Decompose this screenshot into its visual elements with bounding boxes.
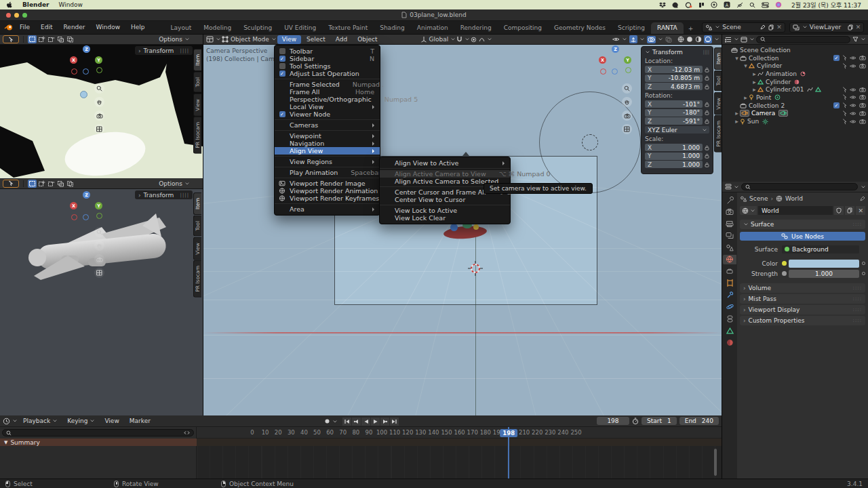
menu-item-center-view-to-cursor[interactable]: Center View to Cursor <box>380 196 510 203</box>
wireframe-icon[interactable] <box>677 36 684 43</box>
panel-volume[interactable]: ›Volume:::: <box>740 283 865 293</box>
adjust-last-operation-panel[interactable]: ›Transform|||| <box>135 46 193 55</box>
lock-open-icon[interactable] <box>705 110 709 115</box>
properties-tab-output[interactable] <box>723 219 736 228</box>
menu-item-view-regions[interactable]: View Regions <box>275 158 380 165</box>
outliner-row[interactable]: ▸Animation <box>722 70 868 78</box>
topbar-menu-edit[interactable]: Edit <box>36 22 57 32</box>
overlays-icon[interactable] <box>647 36 663 43</box>
viewport-a[interactable]: ZYX ›Transform|||| ItemToolViewPR Isocam <box>0 45 203 178</box>
menu-item-local-view[interactable]: Local View <box>275 103 380 110</box>
z-axis-handle[interactable]: Z <box>612 45 619 53</box>
workspace-tab-compositing[interactable]: Compositing <box>498 22 548 34</box>
mode-selector[interactable]: Object Mode <box>222 36 276 43</box>
adjust-last-operation-panel[interactable]: ›Transform|||| <box>135 190 193 199</box>
active-tool-button[interactable] <box>3 180 19 188</box>
expand-icon[interactable] <box>184 430 190 435</box>
menu-item-viewport-render-animation[interactable]: Viewport Render Animation <box>275 187 380 195</box>
summary-channel[interactable]: ▼Summary <box>0 439 197 446</box>
expand-icon[interactable]: ▸ <box>743 94 749 101</box>
sidebar-tab-view[interactable]: View <box>193 237 201 260</box>
minimize-window-button[interactable] <box>14 13 19 18</box>
timeline-scrollbar[interactable] <box>714 449 717 476</box>
play-icon[interactable] <box>371 418 380 426</box>
keyframe-area[interactable] <box>197 446 722 479</box>
jump-start-icon[interactable] <box>342 418 351 426</box>
breadcrumb-scene[interactable]: Scene <box>749 195 768 202</box>
outliner-search[interactable] <box>756 36 850 43</box>
select-extend-icon[interactable] <box>37 180 46 188</box>
navigation-gizmo[interactable]: ZYX <box>594 45 637 86</box>
topbar-menu-window[interactable]: Window <box>92 22 125 32</box>
use-nodes-button[interactable]: Use Nodes <box>740 232 865 241</box>
current-frame-field[interactable]: 198 <box>597 417 629 425</box>
viewport-menu-view[interactable]: View <box>277 35 301 44</box>
chat-icon[interactable] <box>672 1 679 9</box>
apple-menu-icon[interactable] <box>7 1 13 9</box>
expand-icon[interactable]: ▸ <box>751 79 757 85</box>
rotation-mode-dropdown[interactable]: XYZ Euler <box>645 126 709 134</box>
menu-item-navigation[interactable]: Navigation <box>275 140 380 147</box>
dropbox-icon[interactable] <box>659 1 666 9</box>
properties-tab-render[interactable] <box>723 207 736 217</box>
camera-view-icon[interactable] <box>622 110 632 121</box>
datablock-name[interactable]: World <box>758 206 833 215</box>
stopwatch-icon[interactable] <box>632 418 639 425</box>
menu-item-frame-selected[interactable]: Frame SelectedNumpad . <box>275 81 380 88</box>
surface-shader-field[interactable]: Background <box>782 245 859 253</box>
pin-icon[interactable] <box>760 24 766 30</box>
properties-tab-view-layer[interactable] <box>723 231 736 241</box>
menu-item-perspective-orthographic[interactable]: Perspective/OrthographicNumpad 5 <box>275 96 380 103</box>
network-slash-icon[interactable] <box>736 1 743 9</box>
control-center-icon[interactable] <box>762 1 769 9</box>
y-axis-handle[interactable]: Y <box>624 56 631 64</box>
camera-toggle-icon[interactable] <box>859 87 866 92</box>
zoom-icon[interactable] <box>94 227 104 237</box>
columns-icon[interactable] <box>698 1 705 9</box>
lock-open-icon[interactable] <box>705 67 709 73</box>
select-new-icon[interactable] <box>28 35 37 43</box>
transform-value-field[interactable]: Z-591° <box>645 117 703 125</box>
properties-tab-world[interactable] <box>723 255 736 264</box>
visibility-icon[interactable] <box>612 37 627 42</box>
outliner-row[interactable]: ▸Sun <box>722 117 868 125</box>
scene-selector[interactable]: Scene ✕ <box>702 22 785 33</box>
select-invert-icon[interactable] <box>56 35 65 43</box>
viewport-menu-select[interactable]: Select <box>302 35 330 44</box>
workspace-tab-texture-paint[interactable]: Texture Paint <box>322 22 374 34</box>
outliner-row[interactable]: ▸Cylinder <box>722 78 868 86</box>
orientation-selector[interactable]: Global <box>420 36 456 43</box>
select-toggle-icon[interactable] <box>842 87 847 93</box>
surface-panel-header[interactable]: Surface :::: <box>740 220 865 229</box>
properties-tab-scene[interactable] <box>723 243 736 252</box>
collection-checkbox[interactable]: ✓ <box>833 55 840 61</box>
end-frame-field[interactable]: End240 <box>679 417 719 425</box>
expand-icon[interactable]: ▾ <box>743 62 749 69</box>
start-frame-field[interactable]: Start1 <box>642 417 677 425</box>
camera-toggle-icon[interactable] <box>859 64 866 68</box>
menu-item-area[interactable]: Area <box>275 205 380 213</box>
play-reverse-icon[interactable] <box>361 418 370 426</box>
keyboard-a-icon[interactable]: A <box>724 1 730 9</box>
select-extend-icon[interactable] <box>37 35 46 43</box>
lock-open-icon[interactable] <box>705 102 709 107</box>
lock-open-icon[interactable] <box>705 119 709 124</box>
expand-icon[interactable]: ▸ <box>751 70 757 77</box>
menu-item-tool-settings[interactable]: Tool Settings <box>275 62 380 70</box>
z-axis-handle[interactable]: Z <box>83 45 90 53</box>
x-axis-handle[interactable]: X <box>599 56 606 64</box>
eye-toggle-icon[interactable] <box>850 111 856 116</box>
world-datablock-icon[interactable] <box>740 206 757 215</box>
menu-item-sidebar[interactable]: ✓SidebarN <box>275 55 380 62</box>
light-origin[interactable] <box>582 134 598 150</box>
workspace-tab-scripting[interactable]: Scripting <box>612 22 651 34</box>
menu-item-align-view-to-active[interactable]: Align View to Active <box>380 159 510 167</box>
viewport-menu-object[interactable]: Object <box>353 35 382 44</box>
plane-object[interactable] <box>442 222 490 240</box>
select-toggle-icon[interactable] <box>842 110 847 117</box>
menu-item-frame-all[interactable]: Frame AllHome <box>275 88 380 96</box>
menu-item-viewport-render-keyframes[interactable]: Viewport Render Keyframes <box>275 195 380 202</box>
transform-value-field[interactable]: Y1.000 <box>645 152 703 160</box>
active-tool-button[interactable] <box>3 35 19 43</box>
snap-toggle[interactable] <box>456 36 469 43</box>
